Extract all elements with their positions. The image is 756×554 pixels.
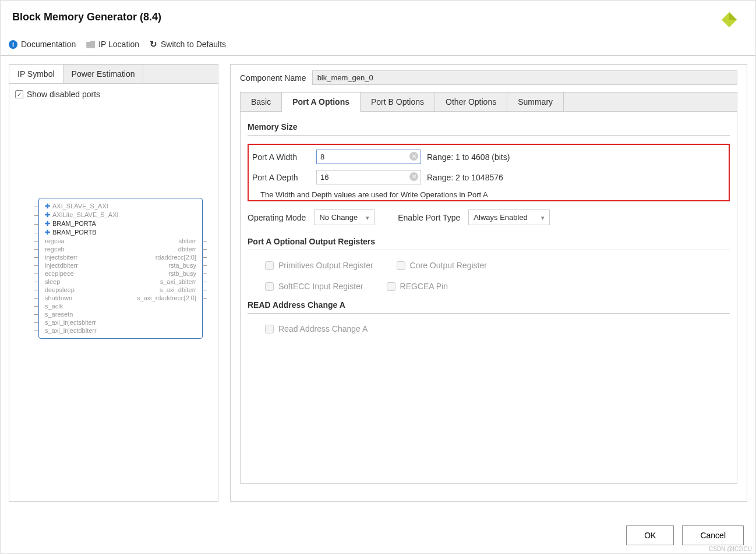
- ip-port-right: rstb_busy: [168, 270, 196, 277]
- switch-defaults-link[interactable]: ↻ Switch to Defaults: [150, 39, 226, 49]
- operating-mode-select[interactable]: No Change ▾: [314, 209, 375, 225]
- component-name-input[interactable]: blk_mem_gen_0: [312, 70, 737, 85]
- ip-port-left: s_aresetn: [45, 311, 73, 318]
- ip-port-right: s_axi_rdaddrecc[2:0]: [137, 294, 196, 301]
- ip-port-left: sleep: [45, 278, 60, 285]
- ip-port-right: s_axi_dbiterr: [160, 286, 196, 293]
- ip-port-left: s_aclk: [45, 303, 63, 310]
- ip-port-left: ✚AXI_SLAVE_S_AXI: [45, 203, 108, 210]
- ip-port-left: eccpipece: [45, 270, 74, 277]
- optional-regs-row2: SoftECC Input Register REGCEA Pin: [248, 279, 730, 300]
- port-a-width-value: 8: [320, 152, 324, 161]
- ip-port-left: ✚AXILite_SLAVE_S_AXI: [45, 211, 119, 219]
- chevron-down-icon: ▾: [541, 214, 545, 222]
- cancel-button[interactable]: Cancel: [682, 525, 744, 545]
- enable-port-value: Always Enabled: [474, 213, 528, 222]
- documentation-link[interactable]: i Documentation: [9, 40, 76, 49]
- ip-port-row: regceasbiterr: [39, 237, 202, 245]
- ip-port-left: regceb: [45, 246, 65, 253]
- ip-symbol-block: ✚AXI_SLAVE_S_AXI✚AXILite_SLAVE_S_AXI✚BRA…: [38, 198, 203, 339]
- opt-primitives-output[interactable]: Primitives Output Register: [265, 261, 373, 270]
- port-a-depth-value: 16: [320, 173, 328, 182]
- ip-port-right: dbiterr: [178, 246, 196, 253]
- dialog-body: IP Symbol Power Estimation ✓ Show disabl…: [1, 56, 755, 510]
- folder-icon: [86, 41, 95, 48]
- ip-port-row: injectdbiterrrsta_busy: [39, 261, 202, 269]
- tab-port-b-options[interactable]: Port B Options: [361, 93, 435, 111]
- checkbox-icon: [265, 325, 274, 333]
- read-addr-row: Read Address Change A: [248, 322, 730, 343]
- left-tab-body: ✓ Show disabled ports ✚AXI_SLAVE_S_AXI✚A…: [9, 84, 218, 501]
- ip-port-right: rdaddrecc[2:0]: [156, 254, 196, 261]
- ip-port-row: ✚BRAM_PORTA: [39, 219, 202, 228]
- watermark: CSDN @IC2ICU: [709, 546, 752, 552]
- dialog-window: Block Memory Generator (8.4) i Documenta…: [0, 0, 756, 554]
- right-panel: Component Name blk_mem_gen_0 BasicPort A…: [230, 64, 747, 502]
- port-a-width-range: Range: 1 to 4608 (bits): [427, 152, 510, 162]
- checkbox-icon: [265, 282, 274, 291]
- show-disabled-label: Show disabled ports: [27, 90, 100, 99]
- switch-defaults-label: Switch to Defaults: [161, 40, 226, 49]
- clear-icon[interactable]: ✕: [409, 172, 418, 181]
- ip-port-row: regcebdbiterr: [39, 245, 202, 253]
- tab-basic[interactable]: Basic: [241, 93, 282, 111]
- dialog-footer: OK Cancel: [626, 525, 744, 545]
- tab-power-estimation[interactable]: Power Estimation: [63, 65, 144, 83]
- memory-size-title: Memory Size: [248, 122, 730, 136]
- ip-port-left: ✚BRAM_PORTA: [45, 220, 96, 228]
- tab-ip-symbol[interactable]: IP Symbol: [9, 65, 63, 83]
- enable-port-label: Enable Port Type: [398, 213, 460, 222]
- ip-port-row: ✚AXILite_SLAVE_S_AXI: [39, 211, 202, 219]
- operating-mode-label: Operating Mode: [248, 213, 306, 222]
- port-a-width-input[interactable]: 8 ✕: [316, 150, 421, 164]
- ip-port-row: sleeps_axi_sbiterr: [39, 278, 202, 286]
- component-name-row: Component Name blk_mem_gen_0: [240, 70, 737, 85]
- operating-mode-value: No Change: [319, 213, 358, 222]
- show-disabled-checkbox[interactable]: ✓ Show disabled ports: [15, 90, 212, 99]
- ip-port-left: deepsleep: [45, 286, 75, 293]
- ip-port-left: regcea: [45, 237, 65, 244]
- ok-button[interactable]: OK: [626, 525, 674, 545]
- opt-read-addr-change[interactable]: Read Address Change A: [265, 324, 368, 333]
- checkbox-icon: ✓: [15, 90, 23, 98]
- ip-location-link[interactable]: IP Location: [86, 40, 139, 49]
- ip-port-left: s_axi_injectdbiterr: [45, 327, 97, 334]
- left-panel: IP Symbol Power Estimation ✓ Show disabl…: [9, 64, 218, 502]
- port-a-depth-input[interactable]: 16 ✕: [316, 170, 421, 184]
- ip-port-row: s_aresetn: [39, 310, 202, 318]
- ip-location-label: IP Location: [98, 40, 139, 49]
- opt-softecc-input[interactable]: SoftECC Input Register: [265, 282, 363, 291]
- ip-port-row: injectsbiterrrdaddrecc[2:0]: [39, 253, 202, 261]
- port-a-depth-row: Port A Depth 16 ✕ Range: 2 to 1048576: [252, 170, 725, 184]
- ip-port-left: shutdown: [45, 294, 72, 301]
- ip-port-right: rsta_busy: [168, 262, 196, 269]
- info-icon: i: [9, 40, 17, 49]
- component-name-label: Component Name: [240, 73, 306, 83]
- ip-port-row: shutdowns_axi_rdaddrecc[2:0]: [39, 294, 202, 302]
- ip-port-row: eccpipecerstb_busy: [39, 269, 202, 278]
- ip-port-left: injectdbiterr: [45, 262, 78, 269]
- enable-port-select[interactable]: Always Enabled ▾: [468, 209, 550, 225]
- tab-summary[interactable]: Summary: [507, 93, 564, 111]
- ip-port-right: s_axi_sbiterr: [160, 278, 196, 285]
- tab-other-options[interactable]: Other Options: [435, 93, 507, 111]
- width-depth-note: The Width and Depth values are used for …: [252, 190, 725, 199]
- opt-regcea-pin[interactable]: REGCEA Pin: [387, 282, 448, 291]
- ip-port-left: s_axi_injectsbiterr: [45, 319, 96, 326]
- ip-port-row: s_aclk: [39, 302, 202, 310]
- port-a-width-label: Port A Width: [252, 152, 310, 162]
- optional-regs-row1: Primitives Output Register Core Output R…: [248, 258, 730, 279]
- main-tabs: BasicPort A OptionsPort B OptionsOther O…: [240, 92, 737, 111]
- highlighted-region: Port A Width 8 ✕ Range: 1 to 4608 (bits)…: [248, 144, 730, 201]
- port-a-depth-range: Range: 2 to 1048576: [427, 173, 503, 182]
- ip-port-right: sbiterr: [178, 237, 196, 244]
- checkbox-icon: [387, 282, 395, 291]
- tab-port-a-options[interactable]: Port A Options: [282, 93, 361, 112]
- ip-port-row: s_axi_injectdbiterr: [39, 326, 202, 335]
- opt-core-output[interactable]: Core Output Register: [397, 261, 487, 270]
- tab-port-a-body: Memory Size Port A Width 8 ✕ Range: 1 to…: [240, 111, 737, 484]
- port-a-depth-label: Port A Depth: [252, 173, 310, 182]
- ip-port-left: ✚BRAM_PORTB: [45, 229, 97, 236]
- clear-icon[interactable]: ✕: [409, 152, 418, 161]
- port-a-width-row: Port A Width 8 ✕ Range: 1 to 4608 (bits): [252, 150, 725, 164]
